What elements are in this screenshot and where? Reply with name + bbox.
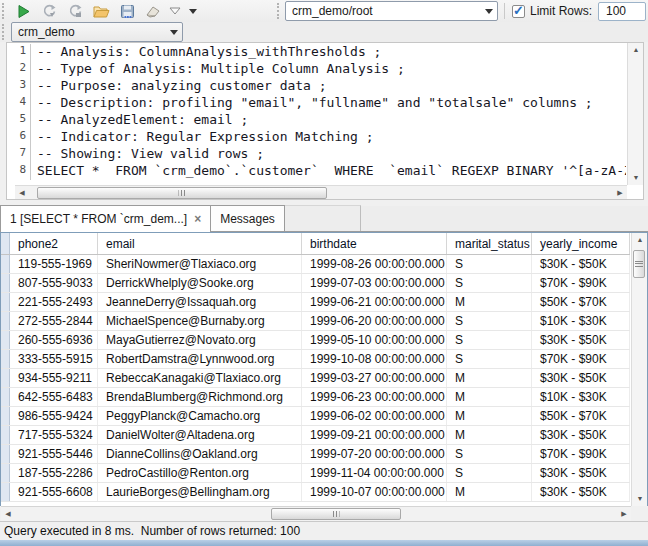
table-cell[interactable]: 1999-08-26 00:00:00.000 bbox=[302, 255, 447, 273]
table-cell[interactable]: M bbox=[447, 293, 532, 311]
toolbar-menu-button[interactable] bbox=[184, 1, 202, 21]
table-cell[interactable]: S bbox=[447, 255, 532, 273]
results-tab-0[interactable]: 1 [SELECT * FROM `crm_dem...]× bbox=[0, 205, 211, 232]
connection-combo[interactable]: crm_demo/root bbox=[285, 1, 498, 21]
editor-line[interactable]: 8SELECT * FROM `crm_demo`.`customer` WHE… bbox=[7, 163, 626, 180]
table-row[interactable]: 272-555-2844MichaelSpence@Burnaby.org199… bbox=[1, 312, 630, 331]
table-cell[interactable]: RobertDamstra@Lynnwood.org bbox=[98, 350, 302, 368]
catalog-combo[interactable]: crm_demo bbox=[11, 22, 183, 42]
table-cell[interactable]: DanielWolter@Altadena.org bbox=[98, 426, 302, 444]
editor-line[interactable]: 5-- AnalyzedElement: email ; bbox=[7, 112, 626, 129]
toolbar-gripper-3[interactable] bbox=[2, 24, 7, 40]
column-header-marital_status[interactable]: marital_status bbox=[447, 233, 532, 254]
table-cell[interactable]: $30K - $50K bbox=[532, 483, 630, 501]
open-file-button[interactable] bbox=[88, 1, 114, 21]
table-cell[interactable]: PedroCastillo@Renton.org bbox=[98, 464, 302, 482]
table-cell[interactable]: 921-555-5446 bbox=[10, 445, 98, 463]
editor-line[interactable]: 3-- Purpose: analyzing customer data ; bbox=[7, 78, 626, 95]
scrollbar-thumb[interactable] bbox=[633, 250, 645, 278]
table-row[interactable]: 921-555-5446DianneCollins@Oakland.org199… bbox=[1, 445, 630, 464]
table-cell[interactable]: 1999-03-27 00:00:00.000 bbox=[302, 369, 447, 387]
table-row[interactable]: 807-555-9033DerrickWhelply@Sooke.org1999… bbox=[1, 274, 630, 293]
editor-line[interactable]: 2-- Type of Analysis: Multiple Column An… bbox=[7, 61, 626, 78]
editor-line[interactable]: 4-- Description: profiling "email", "ful… bbox=[7, 95, 626, 112]
table-cell[interactable]: MayaGutierrez@Novato.org bbox=[98, 331, 302, 349]
table-row[interactable]: 921-555-6608LaurieBorges@Bellingham.org1… bbox=[1, 483, 630, 502]
toolbar-gripper-2[interactable] bbox=[277, 3, 282, 19]
scroll-down-icon[interactable]: ▼ bbox=[633, 492, 647, 506]
table-cell[interactable]: 221-555-2493 bbox=[10, 293, 98, 311]
table-horizontal-scrollbar[interactable]: ◀ ▶ bbox=[1, 506, 631, 521]
table-row[interactable]: 642-555-6483BrendaBlumberg@Richmond.org1… bbox=[1, 388, 630, 407]
table-cell[interactable]: S bbox=[447, 464, 532, 482]
table-cell[interactable]: M bbox=[447, 369, 532, 387]
table-cell[interactable]: 1999-10-07 00:00:00.000 bbox=[302, 483, 447, 501]
table-cell[interactable]: 260-555-6936 bbox=[10, 331, 98, 349]
results-table[interactable]: phone2emailbirthdatemarital_statusyearly… bbox=[1, 233, 630, 506]
save-button[interactable] bbox=[114, 1, 140, 21]
table-cell[interactable]: PeggyPlanck@Camacho.org bbox=[98, 407, 302, 425]
table-cell[interactable]: 1999-09-21 00:00:00.000 bbox=[302, 426, 447, 444]
table-cell[interactable]: $30K - $50K bbox=[532, 464, 630, 482]
table-cell[interactable]: M bbox=[447, 483, 532, 501]
table-cell[interactable]: JeanneDerry@Issaquah.org bbox=[98, 293, 302, 311]
table-row[interactable]: 187-555-2286PedroCastillo@Renton.org1999… bbox=[1, 464, 630, 483]
table-cell[interactable]: $50K - $70K bbox=[532, 407, 630, 425]
toolbar-gripper[interactable] bbox=[2, 3, 7, 19]
table-cell[interactable]: 119-555-1969 bbox=[10, 255, 98, 273]
table-cell[interactable]: S bbox=[447, 445, 532, 463]
table-cell[interactable]: $50K - $70K bbox=[532, 293, 630, 311]
results-tab-1[interactable]: Messages bbox=[211, 205, 285, 231]
table-cell[interactable]: 986-555-9424 bbox=[10, 407, 98, 425]
column-header-birthdate[interactable]: birthdate bbox=[302, 233, 447, 254]
table-cell[interactable]: 1999-05-10 00:00:00.000 bbox=[302, 331, 447, 349]
table-cell[interactable]: S bbox=[447, 312, 532, 330]
commit-button[interactable] bbox=[36, 1, 62, 21]
table-cell[interactable]: M bbox=[447, 426, 532, 444]
rollback-button[interactable] bbox=[62, 1, 88, 21]
table-cell[interactable]: 717-555-5324 bbox=[10, 426, 98, 444]
limit-rows-checkbox[interactable]: ✓ bbox=[512, 5, 525, 18]
table-cell[interactable]: 333-555-5915 bbox=[10, 350, 98, 368]
table-cell[interactable]: 921-555-6608 bbox=[10, 483, 98, 501]
table-cell[interactable]: 1999-06-02 00:00:00.000 bbox=[302, 407, 447, 425]
scrollbar-thumb[interactable] bbox=[37, 187, 327, 199]
table-cell[interactable]: RebeccaKanagaki@Tlaxiaco.org bbox=[98, 369, 302, 387]
clear-sql-button[interactable] bbox=[140, 1, 166, 21]
table-row[interactable]: 986-555-9424PeggyPlanck@Camacho.org1999-… bbox=[1, 407, 630, 426]
table-cell[interactable]: M bbox=[447, 407, 532, 425]
editor-lines[interactable]: 1-- Analysis: ColumnAnalysis_withThresho… bbox=[7, 44, 626, 184]
table-cell[interactable]: 272-555-2844 bbox=[10, 312, 98, 330]
table-vertical-scrollbar[interactable]: ▲ ▼ bbox=[631, 233, 647, 506]
open-dropdown-button[interactable] bbox=[166, 1, 184, 21]
scroll-left-icon[interactable]: ◀ bbox=[1, 507, 15, 521]
table-cell[interactable]: 1999-06-21 00:00:00.000 bbox=[302, 293, 447, 311]
table-cell[interactable]: 1999-07-20 00:00:00.000 bbox=[302, 445, 447, 463]
table-cell[interactable]: 1999-11-04 00:00:00.000 bbox=[302, 464, 447, 482]
table-cell[interactable]: S bbox=[447, 331, 532, 349]
run-query-button[interactable] bbox=[10, 1, 36, 21]
table-row[interactable]: 934-555-9211RebeccaKanagaki@Tlaxiaco.org… bbox=[1, 369, 630, 388]
table-cell[interactable]: $70K - $90K bbox=[532, 274, 630, 292]
scroll-right-icon[interactable]: ▶ bbox=[613, 186, 627, 200]
table-cell[interactable]: 187-555-2286 bbox=[10, 464, 98, 482]
scroll-up-icon[interactable]: ▲ bbox=[629, 43, 643, 57]
table-cell[interactable]: MichaelSpence@Burnaby.org bbox=[98, 312, 302, 330]
table-row[interactable]: 119-555-1969SheriNowmer@Tlaxiaco.org1999… bbox=[1, 255, 630, 274]
sql-editor[interactable]: 1-- Analysis: ColumnAnalysis_withThresho… bbox=[6, 42, 644, 200]
table-cell[interactable]: DerrickWhelply@Sooke.org bbox=[98, 274, 302, 292]
table-row[interactable]: 260-555-6936MayaGutierrez@Novato.org1999… bbox=[1, 331, 630, 350]
table-cell[interactable]: S bbox=[447, 350, 532, 368]
editor-line[interactable]: 1-- Analysis: ColumnAnalysis_withThresho… bbox=[7, 44, 626, 61]
limit-rows-input[interactable] bbox=[598, 2, 646, 21]
table-cell[interactable]: M bbox=[447, 388, 532, 406]
scroll-down-icon[interactable]: ▼ bbox=[629, 171, 643, 185]
table-cell[interactable]: $10K - $30K bbox=[532, 312, 630, 330]
column-header-phone2[interactable]: phone2 bbox=[10, 233, 98, 254]
table-cell[interactable]: 807-555-9033 bbox=[10, 274, 98, 292]
table-cell[interactable]: LaurieBorges@Bellingham.org bbox=[98, 483, 302, 501]
scroll-right-icon[interactable]: ▶ bbox=[617, 507, 631, 521]
table-cell[interactable]: 1999-06-23 00:00:00.000 bbox=[302, 388, 447, 406]
table-row[interactable]: 221-555-2493JeanneDerry@Issaquah.org1999… bbox=[1, 293, 630, 312]
column-header-email[interactable]: email bbox=[98, 233, 302, 254]
